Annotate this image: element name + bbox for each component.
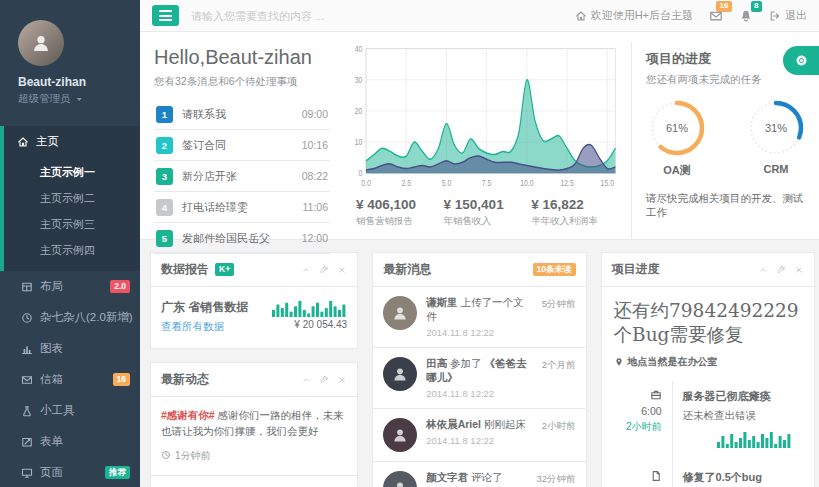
notifications-button[interactable]: 8 bbox=[739, 9, 753, 23]
timeline-content: 服务器已彻底瘫痪 还未检查出错误 bbox=[672, 381, 802, 462]
svg-text:0.0: 0.0 bbox=[361, 178, 371, 188]
timeline-item: 7:00 3小时前 修复了0.5个bug 重启服务 bbox=[614, 462, 802, 487]
task-row[interactable]: 4 打电话给璟雯 11:06 bbox=[154, 192, 330, 223]
message-row[interactable]: 林依晨Ariel 刚刚起床 2014.11.8 12:22 2小时前 bbox=[373, 409, 585, 462]
theme-settings-button[interactable] bbox=[783, 46, 819, 75]
message-row[interactable]: 颜文字君 评论了 2014.11.8 12:22 32分钟前 bbox=[373, 462, 585, 487]
timeline-item: 6:00 2小时前 服务器已彻底瘫痪 还未检查出错误 bbox=[614, 381, 802, 462]
avatar[interactable] bbox=[18, 20, 64, 66]
donut-label: CRM bbox=[747, 163, 805, 175]
task-number-badge: 3 bbox=[156, 168, 173, 185]
timeline-sparkline bbox=[683, 430, 792, 448]
sales-stats-row: ¥ 406,100 销售营销报告 ¥ 150,401 年销售收入 ¥ 16,82… bbox=[344, 197, 619, 228]
latest-feed-box: 最新动态 #感谢有你# 感谢你们一路的相伴，未来也请让我为你们撑腰，我们 bbox=[150, 362, 358, 487]
sidebar-menu-item[interactable]: 布局 2.0 bbox=[0, 271, 140, 302]
sparkline-bars bbox=[272, 299, 347, 317]
sidebar-menu-item[interactable]: 信箱 16 bbox=[0, 364, 140, 395]
collapse-icon[interactable] bbox=[301, 265, 311, 275]
task-row[interactable]: 5 发邮件给国民岳父 12:00 bbox=[154, 223, 330, 254]
welcome-column: Hello,Beaut-zihan 您有32条消息和6个待处理事项 1 请联系我… bbox=[154, 42, 330, 239]
sidebar-item-badge: 16 bbox=[113, 373, 130, 386]
box-badge: K+ bbox=[215, 263, 234, 277]
sidebar-submenu-item[interactable]: 主页示例二 bbox=[4, 185, 140, 211]
sidebar-submenu-item[interactable]: 主页示例四 bbox=[4, 237, 140, 263]
feed-time-label: 1分钟前 bbox=[175, 448, 211, 464]
timeline-meta: 7:00 3小时前 bbox=[614, 462, 672, 487]
message-ago: 5分钟前 bbox=[542, 296, 576, 338]
wrench-icon[interactable] bbox=[776, 265, 786, 275]
sidebar-menu-item[interactable]: 图表 bbox=[0, 333, 140, 364]
close-icon[interactable] bbox=[337, 375, 347, 385]
message-date: 2014.11.8 12:22 bbox=[426, 327, 533, 338]
sidebar-item-label: 信箱 bbox=[40, 372, 63, 387]
svg-text:5.0: 5.0 bbox=[442, 178, 452, 188]
collapse-icon[interactable] bbox=[758, 265, 768, 275]
message-row[interactable]: 田高 参加了 《爸爸去哪儿》 2014.11.8 12:22 2个月前 bbox=[373, 348, 585, 409]
progress-note: 请尽快完成相关项目的开发、测试工作 bbox=[646, 192, 807, 220]
svg-text:31%: 31% bbox=[765, 122, 787, 134]
search-input[interactable] bbox=[191, 10, 461, 22]
project-progress-content: 还有约79842492229个Bug需要修复 地点当然是在办公室 bbox=[602, 287, 814, 487]
close-icon[interactable] bbox=[337, 265, 347, 275]
task-time: 12:00 bbox=[302, 232, 328, 244]
timeline-content: 修复了0.5个bug 重启服务 bbox=[672, 462, 802, 487]
sidebar-item-badge: 推荐 bbox=[105, 466, 130, 479]
svg-text:10: 10 bbox=[355, 137, 363, 147]
sidebar-submenu-label: 主页示例二 bbox=[40, 192, 95, 204]
mail-button[interactable]: 16 bbox=[709, 9, 723, 23]
file-icon bbox=[614, 470, 662, 482]
sidebar-item-home[interactable]: 主页 bbox=[4, 126, 140, 157]
close-icon[interactable] bbox=[794, 265, 804, 275]
message-body: 颜文字君 评论了 2014.11.8 12:22 bbox=[426, 471, 502, 487]
form-icon bbox=[21, 436, 33, 448]
message-body: 谦斯里 上传了一个文件 2014.11.8 12:22 bbox=[426, 296, 533, 338]
stat-value: ¥ 16,822 bbox=[531, 197, 619, 212]
home-icon bbox=[17, 136, 29, 148]
sign-out-icon bbox=[769, 10, 781, 22]
view-all-data-link[interactable]: 查看所有数据 bbox=[161, 320, 224, 334]
message-action: 刚刚起床 bbox=[484, 418, 526, 430]
stat-item: ¥ 16,822 半年收入利润率 bbox=[531, 197, 619, 228]
collapse-icon[interactable] bbox=[301, 375, 311, 385]
logout-button[interactable]: 退出 bbox=[769, 8, 807, 23]
sidebar-menu-item[interactable]: 页面 推荐 bbox=[0, 457, 140, 487]
sidebar-item-label: 页面 bbox=[40, 465, 63, 480]
profile-name: Beaut-zihan bbox=[18, 75, 140, 89]
feed-tag-link[interactable]: #感谢有你# bbox=[161, 409, 215, 421]
stat-item: ¥ 150,401 年销售收入 bbox=[444, 197, 532, 228]
top-navbar: 欢迎使用H+后台主题 16 8 退出 bbox=[140, 0, 819, 32]
box-tools bbox=[758, 265, 804, 275]
task-row[interactable]: 3 新分店开张 08:22 bbox=[154, 161, 330, 192]
sidebar-menu-item[interactable]: 表单 bbox=[0, 426, 140, 457]
wrench-icon[interactable] bbox=[319, 375, 329, 385]
message-user: 田高 bbox=[426, 357, 447, 369]
sidebar-menu: 主页 主页示例一 主页示例二 主页示例三 bbox=[0, 126, 140, 487]
sales-chart-column: 0102030400.02.55.07.510.012.515.0 ¥ 406,… bbox=[330, 42, 631, 239]
person-icon bbox=[392, 480, 408, 487]
unread-count-badge: 10条未读 bbox=[533, 263, 576, 277]
content-grid: 数据报告 K+ 广东 省销售数据 查看所有数据 bbox=[140, 240, 819, 487]
latest-messages-box: 最新消息 10条未读 谦斯里 bbox=[372, 252, 586, 487]
logout-label: 退出 bbox=[785, 8, 807, 23]
sidebar-menu-item[interactable]: 杂七杂八(2.0新增) bbox=[0, 302, 140, 333]
task-number-badge: 1 bbox=[156, 106, 173, 123]
timeline-ago: 2小时前 bbox=[614, 420, 662, 434]
sidebar-submenu-item[interactable]: 主页示例一 bbox=[4, 159, 140, 185]
profile-role-label: 超级管理员 bbox=[18, 92, 71, 106]
avatar bbox=[383, 296, 417, 330]
message-ago: 2小时前 bbox=[542, 418, 576, 452]
sidebar-toggle-button[interactable] bbox=[152, 5, 179, 26]
sidebar-menu-item[interactable]: 小工具 bbox=[0, 395, 140, 426]
message-row[interactable]: 谦斯里 上传了一个文件 2014.11.8 12:22 5分钟前 bbox=[373, 287, 585, 348]
navbar-right: 欢迎使用H+后台主题 16 8 退出 bbox=[575, 8, 807, 23]
sidebar-submenu-item[interactable]: 主页示例三 bbox=[4, 211, 140, 237]
location-line: 地点当然是在办公室 bbox=[614, 355, 802, 369]
sidebar: Beaut-zihan 超级管理员 主页 主页示例一 bbox=[0, 0, 140, 487]
profile-role-dropdown[interactable]: 超级管理员 bbox=[18, 92, 140, 106]
task-row[interactable]: 1 请联系我 09:00 bbox=[154, 99, 330, 130]
data-report-content: 广东 省销售数据 查看所有数据 ¥ 20 054.43 bbox=[151, 287, 357, 348]
task-row[interactable]: 2 签订合同 10:16 bbox=[154, 130, 330, 161]
wrench-icon[interactable] bbox=[319, 265, 329, 275]
message-ago: 2个月前 bbox=[542, 357, 576, 399]
profile-section: Beaut-zihan 超级管理员 bbox=[0, 0, 140, 118]
